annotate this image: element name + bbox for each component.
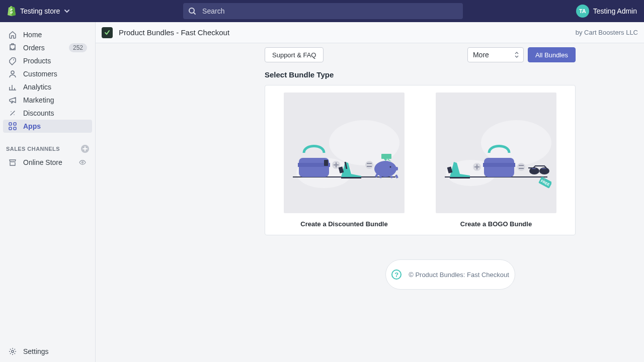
sidebar-item-label: Products <box>23 57 87 65</box>
svg-rect-14 <box>324 160 328 166</box>
sidebar-item-label: Online Store <box>23 158 72 166</box>
orders-icon <box>8 43 17 52</box>
help-icon: ? <box>391 269 401 280</box>
sidebar-item-apps[interactable]: Apps <box>3 120 92 133</box>
discounted-illustration <box>284 93 405 213</box>
user-menu[interactable]: TA Testing Admin <box>576 5 637 18</box>
bundle-options: Create a Discounted Bundle <box>272 93 568 228</box>
svg-point-17 <box>365 161 373 169</box>
sidebar-item-label: Apps <box>23 122 87 130</box>
app-author: by Cart Boosters LLC <box>576 29 638 36</box>
sidebar-item-settings[interactable]: Settings <box>3 345 92 358</box>
search-input[interactable] <box>201 7 458 16</box>
svg-point-19 <box>390 166 391 168</box>
nav-list: Home Orders 252 Products Customers Analy… <box>0 22 95 136</box>
svg-rect-5 <box>9 127 12 130</box>
user-name: Testing Admin <box>593 7 637 15</box>
store-name: Testing store <box>20 7 60 15</box>
svg-point-7 <box>82 162 84 163</box>
gear-icon <box>8 347 17 356</box>
svg-rect-27 <box>484 158 514 177</box>
search-icon <box>188 7 196 15</box>
sidebar-item-online-store[interactable]: Online Store <box>3 156 92 169</box>
home-icon <box>8 30 17 39</box>
eye-icon[interactable] <box>78 158 87 167</box>
sidebar-item-label: Settings <box>23 347 87 355</box>
marketing-icon <box>8 96 17 105</box>
svg-rect-3 <box>9 123 12 125</box>
footer-help-pill[interactable]: ? © Product Bundles: Fast Checkout <box>385 259 515 290</box>
search-field[interactable] <box>183 3 463 19</box>
channels-list: Online Store <box>0 156 95 172</box>
svg-point-8 <box>12 350 14 352</box>
svg-point-2 <box>11 71 14 74</box>
svg-point-1 <box>13 59 14 60</box>
select-bundle-type-heading: Select Bundle Type <box>265 70 576 79</box>
more-select[interactable]: More <box>467 47 524 62</box>
sidebar-item-products[interactable]: Products <box>3 54 92 67</box>
chevron-down-icon <box>64 8 70 14</box>
option-label: Create a BOGO Bundle <box>460 220 532 228</box>
sidebar-item-customers[interactable]: Customers <box>3 67 92 80</box>
svg-point-29 <box>517 163 525 171</box>
select-caret-icon <box>514 52 519 58</box>
avatar: TA <box>576 5 589 18</box>
bundle-option-discounted[interactable]: Create a Discounted Bundle <box>272 93 416 228</box>
select-value: More <box>473 51 489 59</box>
toolbar: Support & FAQ More All Bundles <box>265 47 576 66</box>
page-header: Product Bundles - Fast Checkout by Cart … <box>96 22 644 43</box>
sidebar-item-discounts[interactable]: Discounts <box>3 107 92 120</box>
sidebar-item-marketing[interactable]: Marketing <box>3 94 92 107</box>
bogo-illustration: FREE <box>436 93 556 213</box>
sidebar-item-label: Customers <box>23 70 87 78</box>
option-label: Create a Discounted Bundle <box>300 220 387 228</box>
shopify-logo <box>7 6 16 16</box>
sidebar-item-orders[interactable]: Orders 252 <box>3 41 92 54</box>
svg-rect-21 <box>381 154 391 159</box>
sidebar-item-label: Discounts <box>23 109 87 117</box>
all-bundles-button[interactable]: All Bundles <box>528 47 576 62</box>
page-title: Product Bundles - Fast Checkout <box>119 28 229 37</box>
app-icon <box>102 27 113 38</box>
search-container <box>183 3 463 19</box>
svg-rect-28 <box>483 163 515 167</box>
sidebar-item-home[interactable]: Home <box>3 28 92 41</box>
sidebar-item-label: Home <box>23 31 87 39</box>
copyright-text: © Product Bundles: Fast Checkout <box>409 271 509 279</box>
sidebar-item-label: Orders <box>23 44 63 52</box>
support-faq-button[interactable]: Support & FAQ <box>265 47 324 62</box>
section-label: SALES CHANNELS <box>6 146 60 152</box>
store-switcher[interactable]: Testing store <box>7 6 70 16</box>
sidebar: Home Orders 252 Products Customers Analy… <box>0 22 96 362</box>
bundle-type-card: Create a Discounted Bundle <box>265 85 576 235</box>
customers-icon <box>8 69 17 78</box>
svg-rect-6 <box>14 127 16 130</box>
top-bar: Testing store TA Testing Admin <box>0 0 644 22</box>
add-channel-button[interactable] <box>81 145 89 153</box>
sidebar-footer: Settings <box>0 341 95 362</box>
sidebar-item-analytics[interactable]: Analytics <box>3 80 92 94</box>
analytics-icon <box>8 82 17 92</box>
discounts-icon <box>8 109 17 118</box>
sales-channels-header: SALES CHANNELS <box>0 136 95 156</box>
apps-icon <box>8 122 17 131</box>
bundle-option-bogo[interactable]: FREE Create a BOGO Bundle <box>424 93 568 228</box>
svg-rect-20 <box>394 167 398 170</box>
products-icon <box>8 56 17 65</box>
sidebar-item-label: Marketing <box>23 96 87 104</box>
svg-rect-4 <box>14 123 16 125</box>
online-store-icon <box>8 158 17 167</box>
page-body: Product Bundles - Fast Checkout by Cart … <box>96 22 644 362</box>
orders-badge: 252 <box>69 43 87 52</box>
sidebar-item-label: Analytics <box>23 83 87 91</box>
